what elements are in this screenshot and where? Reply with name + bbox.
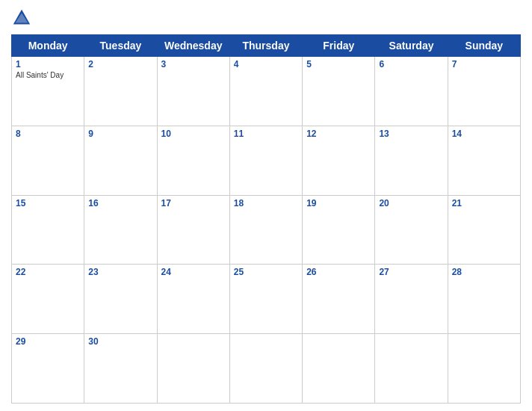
day-number: 2: [88, 59, 152, 69]
day-number: 22: [16, 267, 80, 277]
day-number: 7: [452, 59, 516, 69]
calendar-cell: 29: [12, 334, 84, 404]
day-number: 29: [16, 336, 80, 347]
day-number: 17: [161, 198, 226, 208]
week-row-4: 22232425262728: [12, 265, 521, 334]
calendar-cell: 9: [84, 126, 157, 195]
day-number: 8: [16, 129, 80, 139]
weekday-header-sunday: Sunday: [448, 35, 520, 57]
calendar-cell: 17: [157, 195, 229, 265]
day-number: 14: [452, 129, 516, 139]
day-number: 12: [306, 129, 371, 139]
weekday-header-row: MondayTuesdayWednesdayThursdayFridaySatu…: [12, 35, 521, 57]
day-number: 18: [234, 198, 298, 208]
day-number: 30: [88, 336, 152, 347]
calendar-cell: [375, 334, 448, 404]
day-number: 25: [234, 267, 298, 277]
day-number: 20: [379, 198, 443, 208]
day-number: 3: [161, 59, 226, 69]
calendar-cell: 23: [84, 265, 157, 334]
calendar-cell: 16: [84, 195, 157, 265]
calendar-cell: 25: [229, 265, 302, 334]
day-number: 5: [306, 59, 371, 69]
day-number: 4: [234, 59, 298, 69]
weekday-header-thursday: Thursday: [229, 35, 302, 57]
day-number: 19: [306, 198, 371, 208]
calendar-cell: 19: [303, 195, 375, 265]
weekday-header-monday: Monday: [12, 35, 84, 57]
calendar-cell: 2: [84, 57, 157, 126]
calendar-cell: 4: [229, 57, 302, 126]
day-number: 11: [234, 129, 298, 139]
calendar-table: MondayTuesdayWednesdayThursdayFridaySatu…: [11, 34, 521, 404]
calendar-cell: [229, 334, 302, 404]
day-number: 10: [161, 129, 226, 139]
calendar-cell: 15: [12, 195, 84, 265]
day-number: 27: [379, 267, 443, 277]
day-number: 15: [16, 198, 80, 208]
weekday-header-saturday: Saturday: [375, 35, 448, 57]
calendar-header: [11, 7, 521, 28]
calendar-cell: [448, 334, 520, 404]
day-number: 21: [452, 198, 516, 208]
calendar-cell: 7: [448, 57, 520, 126]
logo-icon: [11, 7, 32, 28]
holiday-label: All Saints' Day: [16, 71, 80, 79]
calendar-cell: 18: [229, 195, 302, 265]
week-row-2: 891011121314: [12, 126, 521, 195]
day-number: 1: [16, 59, 80, 69]
day-number: 28: [452, 267, 516, 277]
day-number: 24: [161, 267, 226, 277]
calendar-cell: 11: [229, 126, 302, 195]
calendar-cell: 27: [375, 265, 448, 334]
calendar-cell: 24: [157, 265, 229, 334]
calendar-cell: 12: [303, 126, 375, 195]
calendar-cell: 20: [375, 195, 448, 265]
calendar-cell: 26: [303, 265, 375, 334]
calendar-cell: 13: [375, 126, 448, 195]
calendar-cell: 5: [303, 57, 375, 126]
calendar-cell: 8: [12, 126, 84, 195]
week-row-1: 1All Saints' Day234567: [12, 57, 521, 126]
logo: [11, 7, 35, 28]
calendar-cell: 14: [448, 126, 520, 195]
weekday-header-friday: Friday: [303, 35, 375, 57]
weekday-header-wednesday: Wednesday: [157, 35, 229, 57]
calendar-cell: 30: [84, 334, 157, 404]
weekday-header-tuesday: Tuesday: [84, 35, 157, 57]
week-row-5: 2930: [12, 334, 521, 404]
calendar-cell: 6: [375, 57, 448, 126]
day-number: 26: [306, 267, 371, 277]
calendar-cell: 3: [157, 57, 229, 126]
calendar-cell: 28: [448, 265, 520, 334]
calendar-cell: 22: [12, 265, 84, 334]
day-number: 16: [88, 198, 152, 208]
calendar-cell: [157, 334, 229, 404]
week-row-3: 15161718192021: [12, 195, 521, 265]
day-number: 9: [88, 129, 152, 139]
calendar-cell: 10: [157, 126, 229, 195]
calendar-cell: 21: [448, 195, 520, 265]
calendar-cell: 1All Saints' Day: [12, 57, 84, 126]
calendar-cell: [303, 334, 375, 404]
day-number: 23: [88, 267, 152, 277]
day-number: 13: [379, 129, 443, 139]
day-number: 6: [379, 59, 443, 69]
